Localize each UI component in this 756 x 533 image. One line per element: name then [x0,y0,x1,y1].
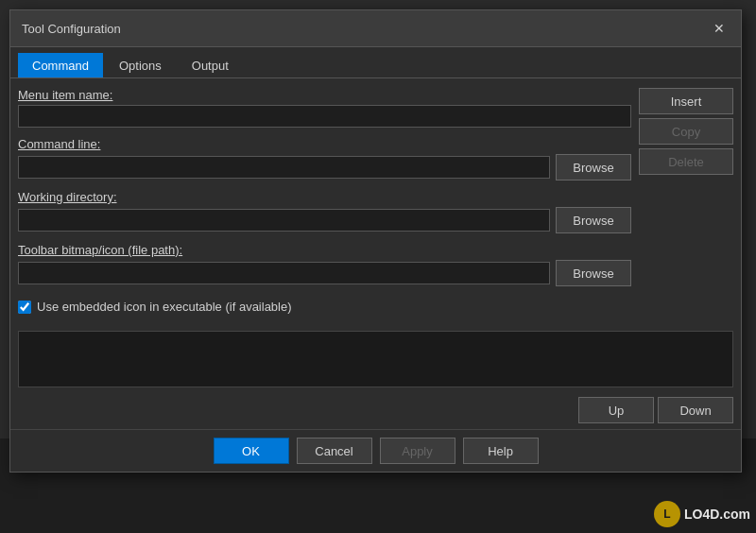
dialog-titlebar: Tool Configuration ✕ [10,10,741,47]
sidebar-buttons: Insert Copy Delete [639,88,733,318]
down-button[interactable]: Down [658,397,733,423]
working-directory-group: Working directory: Browse [18,190,631,233]
tab-bar: Command Options Output [10,47,741,78]
dialog-title: Tool Configuration [22,22,121,36]
help-button[interactable]: Help [463,438,539,464]
bottom-section: Up Down [10,391,741,429]
working-directory-label: Working directory: [18,190,631,204]
dialog-footer: OK Cancel Apply Help [10,429,741,472]
working-directory-row: Browse [18,207,631,233]
menu-item-name-label: Menu item name: [18,88,631,102]
apply-button[interactable]: Apply [380,438,455,464]
toolbar-bitmap-row: Browse [18,260,631,286]
toolbar-bitmap-label: Toolbar bitmap/icon (file path): [18,243,631,257]
command-line-input[interactable] [18,156,550,179]
watermark-icon: L [654,501,680,527]
tab-output[interactable]: Output [178,53,243,77]
working-directory-input[interactable] [18,209,550,232]
menu-item-name-group: Menu item name: [18,88,631,128]
embedded-icon-row: Use embedded icon in executable (if avai… [18,296,631,318]
browse-command-button[interactable]: Browse [556,154,631,181]
tab-options[interactable]: Options [105,53,176,77]
toolbar-bitmap-group: Toolbar bitmap/icon (file path): Browse [18,243,631,286]
command-list-area [18,331,733,387]
browse-toolbar-button[interactable]: Browse [556,260,631,286]
tool-configuration-dialog: Tool Configuration ✕ Command Options Out… [9,9,742,473]
close-button[interactable]: ✕ [709,18,730,39]
main-area: Menu item name: Command line: Browse [10,78,741,327]
delete-button[interactable]: Delete [639,148,733,175]
browse-working-dir-button[interactable]: Browse [556,207,631,233]
up-button[interactable]: Up [578,397,654,423]
menu-item-name-input[interactable] [18,105,631,128]
ok-button[interactable]: OK [214,438,289,464]
command-line-group: Command line: Browse [18,137,631,181]
form-area: Menu item name: Command line: Browse [18,88,631,318]
cancel-button[interactable]: Cancel [297,438,372,464]
tab-command[interactable]: Command [18,53,103,77]
embedded-icon-checkbox[interactable] [18,301,31,314]
command-line-row: Browse [18,154,631,181]
watermark-text: LO4D.com [684,507,750,522]
toolbar-bitmap-input[interactable] [18,262,550,284]
command-line-label: Command line: [18,137,631,151]
updown-row: Up Down [18,395,733,425]
insert-button[interactable]: Insert [639,88,733,114]
watermark: L LO4D.com [654,501,750,527]
dialog-content: Command Options Output Menu item name: [10,47,741,472]
copy-button[interactable]: Copy [639,118,733,145]
embedded-icon-label: Use embedded icon in executable (if avai… [37,300,292,314]
